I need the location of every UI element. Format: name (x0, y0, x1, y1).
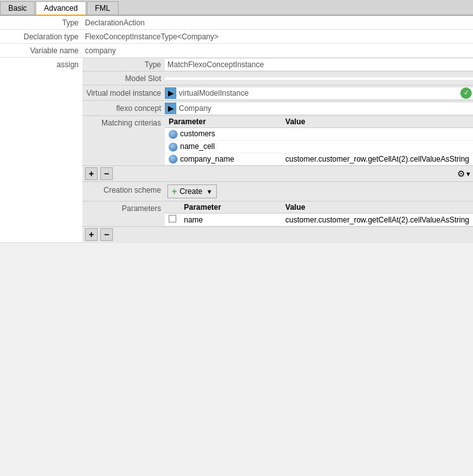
params-table-container: Parameter Value name customer.customer_r… (165, 202, 473, 226)
vmi-expand-button[interactable]: ▶ (165, 87, 176, 99)
matching-toolbar: + − ⚙ ▼ (82, 166, 473, 182)
matching-value-cell (282, 128, 473, 141)
matching-row[interactable]: customers (165, 128, 473, 141)
matching-header-row: Parameter Value (165, 116, 473, 128)
matching-value-cell: customer.customer_row.getCellAt(2).cellV… (282, 153, 473, 165)
flexo-concept-value: Company (176, 103, 473, 114)
model-slot-value (165, 77, 473, 80)
vmi-value-container: ▶ virtualModelInstance ✓ (165, 87, 473, 99)
assign-type-row: Type MatchFlexoConceptInstance (82, 58, 473, 72)
params-col-param: Parameter (180, 202, 282, 214)
params-checkbox-cell (165, 214, 180, 226)
params-param-cell: name (180, 214, 282, 226)
tab-advanced[interactable]: Advanced (36, 1, 86, 16)
params-add-button[interactable]: + (85, 228, 98, 241)
params-toolbar: + − (82, 226, 473, 242)
vmi-label: Virtual model instance (82, 89, 165, 98)
flexo-concept-label: flexo concept (82, 104, 165, 113)
matching-label: Matching criterias (82, 116, 165, 165)
assign-wrapper: Type MatchFlexoConceptInstance Model Slo… (82, 58, 473, 242)
tab-fml[interactable]: FML (87, 1, 119, 15)
creation-label: Creation scheme (82, 182, 165, 195)
matching-param-cell: customers (165, 128, 282, 141)
vmi-arrow-icon: ▶ (168, 89, 174, 98)
params-section: Parameters Parameter Value n (82, 202, 473, 226)
matching-add-button[interactable]: + (85, 167, 98, 180)
tab-bar: Basic Advanced FML (0, 0, 473, 16)
creation-section: Creation scheme + Create ▼ (82, 182, 473, 202)
flexo-expand-button[interactable]: ▶ (165, 103, 176, 114)
declaration-type-value: FlexoConceptInstanceType<Company> (82, 31, 473, 42)
gear-arrow-icon: ▼ (465, 170, 472, 177)
matching-value-cell (282, 140, 473, 153)
params-checkbox-col (165, 202, 180, 214)
matching-section: Matching criterias Parameter Value custo… (82, 116, 473, 166)
model-slot-label: Model Slot (82, 74, 165, 83)
type-value: DeclarationAction (82, 17, 473, 29)
params-col-value: Value (282, 202, 473, 214)
vmi-row: Virtual model instance ▶ virtualModelIns… (82, 86, 473, 101)
matching-col-value: Value (282, 116, 473, 128)
create-label: Create (179, 187, 202, 196)
create-dropdown-icon: ▼ (206, 188, 212, 195)
main-content: Type DeclarationAction Declaration type … (0, 16, 473, 243)
params-remove-button[interactable]: − (100, 228, 113, 241)
checkbox-icon[interactable] (169, 215, 176, 222)
matching-param-cell: company_name (165, 153, 282, 165)
row-icon (169, 143, 178, 151)
gear-icon: ⚙ (457, 169, 465, 179)
declaration-type-row: Declaration type FlexoConceptInstanceTyp… (0, 30, 473, 44)
matching-col-param: Parameter (165, 116, 282, 128)
create-button[interactable]: + Create ▼ (167, 184, 217, 198)
params-row[interactable]: name customer.customer_row.getCellAt(2).… (165, 214, 473, 226)
flexo-concept-row: flexo concept ▶ Company (82, 101, 473, 116)
create-plus-icon: + (172, 186, 177, 196)
assign-type-value: MatchFlexoConceptInstance (165, 59, 473, 70)
matching-table: Parameter Value customers name_cell comp… (165, 116, 473, 165)
variable-name-value: company (82, 45, 473, 56)
vmi-check-icon: ✓ (460, 87, 472, 99)
matching-param-cell: name_cell (165, 140, 282, 153)
matching-table-container: Parameter Value customers name_cell comp… (165, 116, 473, 165)
type-row: Type DeclarationAction (0, 16, 473, 30)
flexo-arrow-icon: ▶ (168, 104, 174, 113)
matching-row[interactable]: name_cell (165, 140, 473, 153)
params-value-cell: customer.customer_row.getCellAt(2).cellV… (282, 214, 473, 226)
vmi-text: virtualModelInstance (176, 87, 460, 99)
matching-gear-button[interactable]: ⚙ ▼ (458, 167, 470, 180)
matching-row[interactable]: company_name customer.customer_row.getCe… (165, 153, 473, 165)
tab-basic[interactable]: Basic (0, 1, 35, 15)
declaration-type-label: Declaration type (0, 32, 82, 41)
params-table: Parameter Value name customer.customer_r… (165, 202, 473, 226)
matching-remove-button[interactable]: − (100, 167, 113, 180)
assign-section: assign Type MatchFlexoConceptInstance Mo… (0, 58, 473, 243)
model-slot-row: Model Slot (82, 72, 473, 86)
params-label: Parameters (82, 202, 165, 226)
variable-name-row: Variable name company (0, 44, 473, 58)
variable-name-label: Variable name (0, 46, 82, 55)
row-icon (169, 130, 178, 139)
flexo-concept-value-container: ▶ Company (165, 103, 473, 114)
params-header-row: Parameter Value (165, 202, 473, 214)
type-label: Type (0, 18, 82, 27)
assign-type-label: Type (82, 60, 165, 69)
row-icon (169, 155, 178, 164)
creation-inner: + Create ▼ (165, 182, 473, 201)
assign-label: assign (0, 58, 82, 242)
